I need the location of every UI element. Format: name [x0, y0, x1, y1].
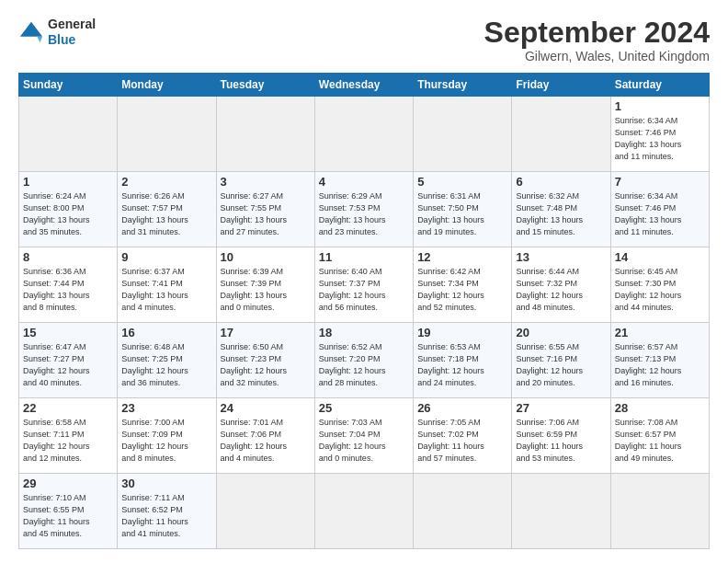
logo-icon: [18, 19, 44, 45]
day-number: 28: [615, 401, 705, 415]
day-info: Sunrise: 6:32 AM Sunset: 7:48 PM Dayligh…: [516, 190, 606, 238]
day-info: Sunrise: 6:48 AM Sunset: 7:25 PM Dayligh…: [121, 341, 211, 389]
day-cell: 25Sunrise: 7:03 AM Sunset: 7:04 PM Dayli…: [314, 398, 413, 474]
day-info: Sunrise: 6:57 AM Sunset: 7:13 PM Dayligh…: [615, 341, 705, 389]
col-header-thursday: Thursday: [414, 74, 512, 97]
day-info: Sunrise: 6:27 AM Sunset: 7:55 PM Dayligh…: [221, 190, 311, 238]
day-cell: 27Sunrise: 7:06 AM Sunset: 6:59 PM Dayli…: [512, 398, 610, 474]
day-number: 14: [615, 250, 705, 264]
day-info: Sunrise: 6:47 AM Sunset: 7:27 PM Dayligh…: [23, 341, 113, 389]
day-info: Sunrise: 6:39 AM Sunset: 7:39 PM Dayligh…: [221, 266, 311, 314]
day-number: 21: [615, 326, 705, 339]
day-number: 5: [417, 175, 507, 189]
day-info: Sunrise: 6:58 AM Sunset: 7:11 PM Dayligh…: [23, 417, 113, 465]
day-info: Sunrise: 6:29 AM Sunset: 7:53 PM Dayligh…: [319, 190, 409, 238]
day-number: 20: [516, 326, 606, 339]
logo-text: General Blue: [48, 17, 96, 48]
day-number: 19: [417, 326, 507, 339]
day-number: 26: [417, 401, 507, 415]
day-info: Sunrise: 6:53 AM Sunset: 7:18 PM Dayligh…: [417, 341, 507, 389]
day-number: 2: [121, 175, 211, 189]
day-cell: 22Sunrise: 6:58 AM Sunset: 7:11 PM Dayli…: [19, 398, 118, 474]
day-cell: [216, 474, 314, 549]
day-number: 17: [221, 326, 311, 339]
day-number: 9: [121, 250, 211, 264]
day-number: 11: [319, 250, 409, 264]
week-row-3: 15Sunrise: 6:47 AM Sunset: 7:27 PM Dayli…: [19, 323, 710, 398]
day-number: 30: [121, 477, 211, 490]
header: General Blue September 2024 Gilwern, Wal…: [18, 17, 710, 63]
day-cell: 1Sunrise: 6:24 AM Sunset: 8:00 PM Daylig…: [19, 172, 118, 247]
day-info: Sunrise: 6:24 AM Sunset: 8:00 PM Dayligh…: [23, 190, 113, 238]
day-number: 10: [221, 250, 311, 264]
day-info: Sunrise: 6:26 AM Sunset: 7:57 PM Dayligh…: [121, 190, 211, 238]
day-cell: [19, 97, 118, 172]
title-block: September 2024 Gilwern, Wales, United Ki…: [484, 17, 710, 63]
col-header-monday: Monday: [118, 74, 216, 97]
day-cell: [216, 97, 314, 172]
week-row-1: 1Sunrise: 6:24 AM Sunset: 8:00 PM Daylig…: [19, 172, 710, 247]
day-info: Sunrise: 6:34 AM Sunset: 7:46 PM Dayligh…: [615, 190, 705, 238]
month-title: September 2024: [484, 17, 710, 49]
day-cell: 10Sunrise: 6:39 AM Sunset: 7:39 PM Dayli…: [216, 247, 314, 323]
day-cell: 4Sunrise: 6:29 AM Sunset: 7:53 PM Daylig…: [314, 172, 413, 247]
day-cell: 28Sunrise: 7:08 AM Sunset: 6:57 PM Dayli…: [610, 398, 709, 474]
day-info: Sunrise: 6:45 AM Sunset: 7:30 PM Dayligh…: [615, 266, 705, 314]
day-number: 25: [319, 401, 409, 415]
logo: General Blue: [18, 17, 96, 48]
day-info: Sunrise: 7:10 AM Sunset: 6:55 PM Dayligh…: [23, 492, 113, 540]
day-number: 15: [23, 326, 113, 339]
day-cell: 18Sunrise: 6:52 AM Sunset: 7:20 PM Dayli…: [314, 323, 413, 398]
day-number: 18: [319, 326, 409, 339]
day-number: 6: [516, 175, 606, 189]
day-cell: 26Sunrise: 7:05 AM Sunset: 7:02 PM Dayli…: [414, 398, 512, 474]
day-cell: 11Sunrise: 6:40 AM Sunset: 7:37 PM Dayli…: [314, 247, 413, 323]
day-info: Sunrise: 6:55 AM Sunset: 7:16 PM Dayligh…: [516, 341, 606, 389]
day-number: 8: [23, 250, 113, 264]
day-number: 1: [615, 99, 705, 113]
day-info: Sunrise: 6:40 AM Sunset: 7:37 PM Dayligh…: [319, 266, 409, 314]
day-number: 24: [221, 401, 311, 415]
day-info: Sunrise: 6:36 AM Sunset: 7:44 PM Dayligh…: [23, 266, 113, 314]
svg-marker-0: [20, 22, 42, 37]
day-cell: 14Sunrise: 6:45 AM Sunset: 7:30 PM Dayli…: [610, 247, 709, 323]
day-number: 23: [121, 401, 211, 415]
day-cell: 29Sunrise: 7:10 AM Sunset: 6:55 PM Dayli…: [19, 474, 118, 549]
day-cell: [610, 474, 709, 549]
day-cell: [314, 474, 413, 549]
day-number: 29: [23, 477, 113, 490]
day-number: 3: [221, 175, 311, 189]
day-number: 16: [121, 326, 211, 339]
day-info: Sunrise: 7:06 AM Sunset: 6:59 PM Dayligh…: [516, 417, 606, 465]
day-number: 1: [23, 175, 113, 189]
day-cell: 30Sunrise: 7:11 AM Sunset: 6:52 PM Dayli…: [118, 474, 216, 549]
header-row: SundayMondayTuesdayWednesdayThursdayFrid…: [19, 74, 710, 97]
day-number: 13: [516, 250, 606, 264]
day-number: 22: [23, 401, 113, 415]
day-cell: 3Sunrise: 6:27 AM Sunset: 7:55 PM Daylig…: [216, 172, 314, 247]
location: Gilwern, Wales, United Kingdom: [484, 49, 710, 63]
day-info: Sunrise: 6:44 AM Sunset: 7:32 PM Dayligh…: [516, 266, 606, 314]
col-header-friday: Friday: [512, 74, 610, 97]
week-row-4: 22Sunrise: 6:58 AM Sunset: 7:11 PM Dayli…: [19, 398, 710, 474]
day-info: Sunrise: 7:00 AM Sunset: 7:09 PM Dayligh…: [121, 417, 211, 465]
day-info: Sunrise: 6:37 AM Sunset: 7:41 PM Dayligh…: [121, 266, 211, 314]
week-row-5: 29Sunrise: 7:10 AM Sunset: 6:55 PM Dayli…: [19, 474, 710, 549]
calendar-table: SundayMondayTuesdayWednesdayThursdayFrid…: [18, 73, 710, 549]
day-cell: 8Sunrise: 6:36 AM Sunset: 7:44 PM Daylig…: [19, 247, 118, 323]
day-cell: 17Sunrise: 6:50 AM Sunset: 7:23 PM Dayli…: [216, 323, 314, 398]
day-info: Sunrise: 7:11 AM Sunset: 6:52 PM Dayligh…: [121, 492, 211, 540]
page: General Blue September 2024 Gilwern, Wal…: [0, 0, 728, 563]
day-cell: 9Sunrise: 6:37 AM Sunset: 7:41 PM Daylig…: [118, 247, 216, 323]
svg-marker-1: [38, 36, 43, 42]
day-number: 27: [516, 401, 606, 415]
day-cell: [314, 97, 413, 172]
day-cell: 5Sunrise: 6:31 AM Sunset: 7:50 PM Daylig…: [414, 172, 512, 247]
day-cell: 16Sunrise: 6:48 AM Sunset: 7:25 PM Dayli…: [118, 323, 216, 398]
day-info: Sunrise: 7:05 AM Sunset: 7:02 PM Dayligh…: [417, 417, 507, 465]
day-cell: 2Sunrise: 6:26 AM Sunset: 7:57 PM Daylig…: [118, 172, 216, 247]
day-number: 7: [615, 175, 705, 189]
col-header-wednesday: Wednesday: [314, 74, 413, 97]
day-cell: [512, 474, 610, 549]
day-info: Sunrise: 7:08 AM Sunset: 6:57 PM Dayligh…: [615, 417, 705, 465]
